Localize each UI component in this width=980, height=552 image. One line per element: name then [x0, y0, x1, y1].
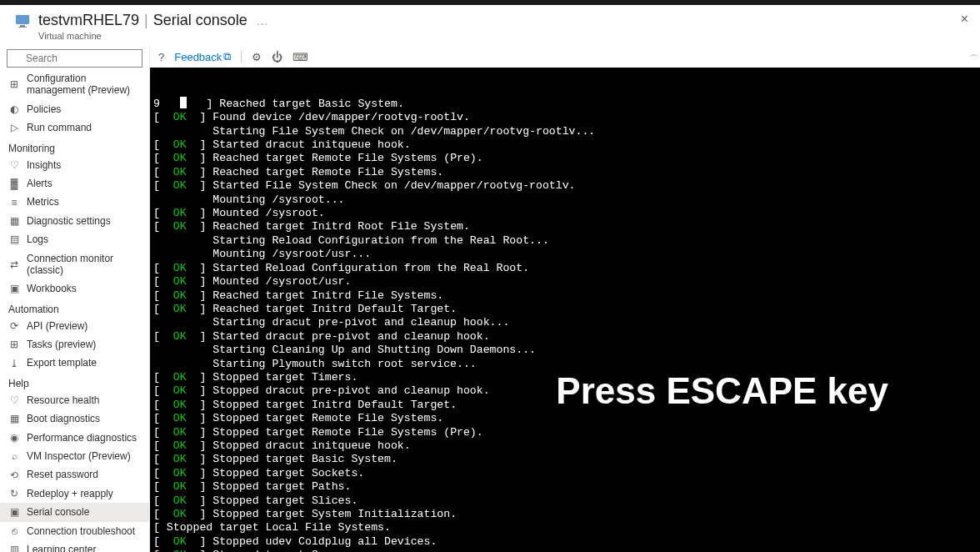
- console-line: [ OK ] Found device /dev/mapper/rootvg-r…: [153, 111, 977, 124]
- sidebar-item-redeploy[interactable]: ↻Redeploy + reapply: [0, 484, 149, 503]
- sidebar-item-learning[interactable]: ▥Learning center: [0, 540, 149, 552]
- insights-icon: ♡: [8, 159, 20, 171]
- status-ok: OK: [173, 371, 187, 384]
- console-line: [ OK ] Stopped udev Coldplug all Devices…: [153, 535, 977, 549]
- console-line: [ OK ] Stopped target Remote File System…: [153, 426, 977, 439]
- sidebar-item-label: Resource health: [27, 394, 142, 406]
- keyboard-icon[interactable]: ⌨: [292, 51, 308, 63]
- vm-icon: [13, 12, 32, 30]
- console-line: [ OK ] Stopped target Slices.: [153, 494, 977, 508]
- sidebar-item-logs[interactable]: ▤Logs: [0, 230, 149, 248]
- sidebar-item-export-template[interactable]: ⤓Export template: [0, 354, 149, 372]
- search-input[interactable]: [7, 49, 142, 68]
- console-line: [ OK ] Reached target Remote File System…: [153, 152, 977, 165]
- status-ok: OK: [173, 289, 187, 302]
- reset-pw-icon: ⟲: [8, 469, 20, 481]
- status-ok: OK: [173, 275, 187, 288]
- console-line: Starting Cleaning Up and Shutting Down D…: [153, 344, 977, 357]
- sidebar-item-boot-diag[interactable]: ▦Boot diagnostics: [0, 409, 149, 428]
- console-line: [ OK ] Reached target Initrd File System…: [153, 289, 977, 303]
- sidebar-item-vm-inspector[interactable]: ⌕VM Inspector (Preview): [0, 447, 149, 465]
- help-icon[interactable]: ?: [158, 51, 164, 63]
- sidebar-item-conn-monitor[interactable]: ⇄Connection monitor (classic): [0, 249, 149, 280]
- console-line: [ OK ] Started Reload Configuration from…: [153, 262, 977, 275]
- sidebar-item-label: Redeploy + reapply: [27, 488, 142, 499]
- svg-rect-1: [20, 25, 25, 27]
- console-line: [ OK ] Reached target Remote File System…: [153, 166, 977, 179]
- main-content: ? Feedback⧉ ⚙ ⏻ ⌨ 9 ] Reached target Bas…: [150, 46, 980, 552]
- run-command-icon: ▷: [8, 122, 20, 133]
- console-line: Starting dracut pre-pivot and cleanup ho…: [153, 316, 977, 329]
- serial-console-output[interactable]: 9 ] Reached target Basic System.[ OK ] F…: [150, 68, 980, 552]
- sidebar-item-label: Reset password: [27, 469, 142, 480]
- console-line: [ Stopped target Local File Systems.: [153, 521, 977, 534]
- more-menu[interactable]: …: [257, 14, 269, 28]
- sidebar-item-label: Connection troubleshoot: [27, 525, 142, 537]
- page-title: testvmRHEL79|Serial console …: [38, 12, 269, 29]
- blade-header: testvmRHEL79|Serial console … Virtual ma…: [0, 5, 980, 46]
- sidebar-item-api[interactable]: ⟳API (Preview): [0, 317, 149, 335]
- conn-monitor-icon: ⇄: [8, 258, 20, 270]
- policies-icon: ◐: [8, 103, 20, 115]
- console-line: [ OK ] Started dracut pre-pivot and clea…: [153, 330, 977, 344]
- workbooks-icon: ▣: [8, 283, 20, 294]
- console-line: Starting File System Check on /dev/mappe…: [153, 125, 977, 138]
- external-link-icon: ⧉: [223, 50, 231, 63]
- status-ok: OK: [173, 152, 187, 164]
- sidebar-item-label: Workbooks: [27, 283, 142, 294]
- res-health-icon: ♡: [8, 394, 20, 406]
- toolbar: ? Feedback⧉ ⚙ ⏻ ⌨: [150, 46, 980, 68]
- status-ok: OK: [173, 384, 187, 397]
- sidebar-item-policies[interactable]: ◐Policies: [0, 100, 149, 118]
- sidebar-item-label: Metrics: [27, 196, 142, 208]
- sidebar: ⌕ ︿ ⊞Configuration management (Preview)◐…: [0, 46, 150, 552]
- power-icon[interactable]: ⏻: [272, 51, 282, 63]
- status-ok: OK: [173, 207, 187, 219]
- status-ok: OK: [173, 494, 187, 507]
- console-line: [ OK ] Stopped target Sockets.: [153, 467, 977, 480]
- sidebar-item-workbooks[interactable]: ▣Workbooks: [0, 279, 149, 298]
- sidebar-item-label: Logs: [27, 233, 142, 245]
- api-icon: ⟳: [8, 320, 20, 332]
- console-line: Mounting /sysroot/usr...: [153, 248, 977, 261]
- console-line: [ OK ] Mounted /sysroot/usr.: [153, 275, 977, 289]
- sidebar-item-serial-console[interactable]: ▣Serial console: [0, 503, 149, 521]
- sidebar-item-run-command[interactable]: ▷Run command: [0, 118, 149, 137]
- sidebar-item-perf-diag[interactable]: ◉Performance diagnostics: [0, 429, 149, 447]
- status-ok: OK: [173, 220, 187, 233]
- status-ok: OK: [173, 480, 187, 493]
- redeploy-icon: ↻: [8, 488, 20, 499]
- status-ok: OK: [173, 549, 187, 552]
- sidebar-item-label: VM Inspector (Preview): [27, 450, 142, 462]
- sidebar-item-label: Alerts: [27, 178, 142, 189]
- sidebar-item-insights[interactable]: ♡Insights: [0, 156, 149, 174]
- sidebar-item-res-health[interactable]: ♡Resource health: [0, 391, 149, 409]
- status-ok: OK: [173, 330, 187, 343]
- sidebar-item-metrics[interactable]: ≡Metrics: [0, 193, 149, 211]
- sidebar-item-config-mgmt[interactable]: ⊞Configuration management (Preview): [0, 69, 149, 100]
- sidebar-item-label: Export template: [27, 357, 142, 369]
- sidebar-item-reset-pw[interactable]: ⟲Reset password: [0, 465, 149, 484]
- console-line: [ OK ] Started File System Check on /dev…: [153, 179, 977, 193]
- sidebar-item-diag-settings[interactable]: ▦Diagnostic settings: [0, 212, 149, 230]
- sidebar-item-label: Learning center: [27, 544, 142, 552]
- sidebar-item-tasks[interactable]: ⊞Tasks (preview): [0, 335, 149, 354]
- console-line: [ OK ] Stopped target System Initializat…: [153, 508, 977, 521]
- nav-section-monitoring: Monitoring: [0, 138, 149, 156]
- svg-rect-2: [18, 27, 27, 28]
- conn-trouble-icon: ⎋: [8, 525, 20, 537]
- settings-icon[interactable]: ⚙: [252, 51, 262, 63]
- close-icon[interactable]: ×: [961, 12, 968, 27]
- sidebar-item-label: Configuration management (Preview): [27, 73, 142, 97]
- status-ok: OK: [173, 439, 187, 452]
- console-line: Mounting /sysroot...: [153, 193, 977, 207]
- serial-console-icon: ▣: [8, 506, 20, 518]
- sidebar-item-label: Diagnostic settings: [27, 215, 142, 227]
- status-ok: OK: [173, 508, 187, 520]
- console-line: [ OK ] Stopped dracut pre-pivot and clea…: [153, 384, 977, 398]
- sidebar-item-conn-trouble[interactable]: ⎋Connection troubleshoot: [0, 522, 149, 540]
- nav-section-automation: Automation: [0, 299, 149, 317]
- feedback-link[interactable]: Feedback⧉: [174, 50, 231, 63]
- status-ok: OK: [173, 138, 187, 151]
- sidebar-item-alerts[interactable]: ▓Alerts: [0, 174, 149, 193]
